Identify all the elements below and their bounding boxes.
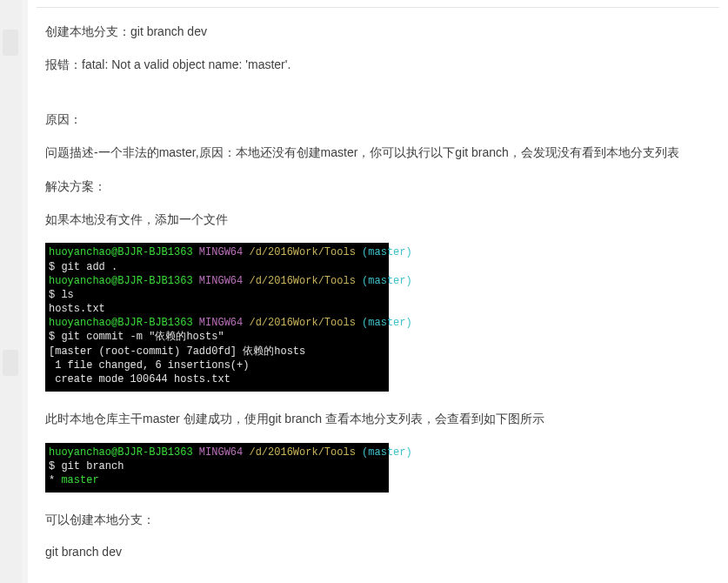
terminal-user: huoyanchao@BJJR-BJB1363 [49, 446, 193, 459]
terminal-output-git-add-commit: huoyanchao@BJJR-BJB1363 MINGW64 /d/2016W… [45, 243, 389, 392]
terminal-output-git-branch: huoyanchao@BJJR-BJB1363 MINGW64 /d/2016W… [45, 443, 389, 493]
article-content: 创建本地分支：git branch dev 报错：fatal: Not a va… [28, 0, 728, 583]
text-can-create: 可以创建本地分支： [45, 510, 711, 529]
terminal-user: huoyanchao@BJJR-BJB1363 [49, 246, 193, 258]
terminal-user: huoyanchao@BJJR-BJB1363 [49, 275, 193, 287]
terminal-output-marker: * [49, 474, 61, 486]
terminal-path: /d/2016Work/Tools [249, 275, 355, 287]
terminal-branch: (master) [356, 317, 412, 329]
terminal-path: /d/2016Work/Tools [249, 246, 355, 258]
terminal-output: 1 file changed, 6 insertions(+) [49, 359, 249, 372]
terminal-mingw: MINGW64 [193, 275, 250, 287]
text-line-error: 报错：fatal: Not a valid object name: 'mast… [45, 55, 711, 74]
terminal-output: create mode 100644 hosts.txt [49, 373, 230, 385]
terminal-cmd: $ git branch [49, 460, 124, 472]
sidebar-widget [3, 30, 18, 56]
terminal-cmd: $ git commit -m "依赖的hosts" [49, 331, 224, 343]
terminal-mingw: MINGW64 [193, 317, 250, 329]
terminal-branch: (master) [356, 246, 412, 258]
terminal-output: hosts.txt [49, 303, 105, 315]
terminal-user: huoyanchao@BJJR-BJB1363 [49, 317, 193, 329]
solution-step-add-file: 如果本地没有文件，添加一个文件 [45, 210, 711, 229]
terminal-mingw: MINGW64 [193, 446, 250, 459]
terminal-cmd: $ ls [49, 289, 74, 301]
terminal-cmd: $ git add . [49, 261, 117, 273]
text-line-create-branch: 创建本地分支：git branch dev [45, 22, 711, 41]
sidebar-stub [0, 0, 22, 583]
reason-description: 问题描述-一个非法的master,原因：本地还没有创建master，你可以执行以… [45, 143, 711, 162]
divider [37, 7, 719, 8]
sidebar-widget [3, 350, 18, 376]
terminal-path: /d/2016Work/Tools [249, 446, 355, 459]
terminal-mingw: MINGW64 [193, 246, 250, 258]
terminal-branch: (master) [356, 446, 412, 459]
reason-label: 原因： [45, 110, 711, 129]
terminal-branch: (master) [356, 275, 412, 287]
terminal-output-master: master [61, 474, 98, 486]
terminal-output: [master (root-commit) 7add0fd] 依赖的hosts [49, 345, 305, 358]
terminal-path: /d/2016Work/Tools [249, 317, 355, 329]
text-after-commit: 此时本地仓库主干master 创建成功，使用git branch 查看本地分支列… [45, 409, 711, 428]
solution-label: 解决方案： [45, 177, 711, 196]
text-cmd-branch-dev: git branch dev [45, 542, 711, 561]
